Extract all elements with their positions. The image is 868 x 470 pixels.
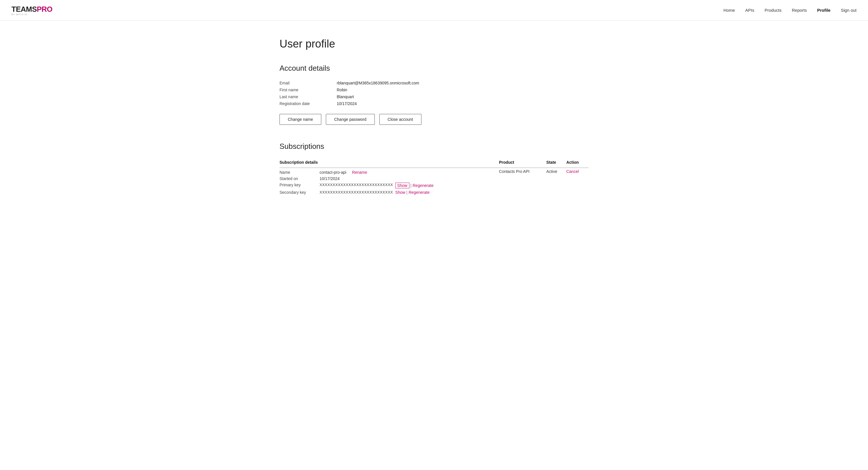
sub-name-label: Name — [280, 170, 319, 175]
col-header-state: State — [547, 158, 566, 168]
firstname-value: Robin — [337, 88, 347, 92]
logo-subtitle: by WITIV.IO — [11, 13, 52, 16]
page-title: User profile — [280, 38, 588, 50]
secondary-regen-link[interactable]: Regenerate — [408, 190, 429, 195]
table-header-row: Subscription details Product State Actio… — [280, 158, 588, 168]
nav-apis[interactable]: APIs — [745, 8, 754, 12]
table-row: Name contact-pro-api Rename Started on 1… — [280, 168, 588, 197]
account-fields: Email rblanquart@M365x18639095.onmicroso… — [280, 80, 588, 107]
firstname-row: First name Robin — [280, 86, 588, 93]
sub-secondary-key-value: XXXXXXXXXXXXXXXXXXXXXXXXXXXX — [319, 190, 393, 195]
main-content: User profile Account details Email rblan… — [262, 21, 606, 219]
primary-key-actions: Show | Regenerate — [395, 183, 434, 188]
secondary-divider: | — [406, 190, 408, 195]
primary-show-link[interactable]: Show — [397, 183, 407, 188]
logo-teams: TEAMS — [11, 5, 37, 14]
account-details-title: Account details — [280, 64, 588, 73]
sub-secondary-key-row: Secondary key XXXXXXXXXXXXXXXXXXXXXXXXXX… — [280, 189, 496, 196]
lastname-row: Last name Blanquart — [280, 93, 588, 100]
nav-products[interactable]: Products — [765, 8, 782, 12]
sub-state-value: Active — [547, 169, 557, 174]
nav-home[interactable]: Home — [723, 8, 735, 12]
primary-show-box: Show — [395, 183, 409, 188]
col-header-sub-details: Subscription details — [280, 158, 499, 168]
lastname-value: Blanquart — [337, 94, 354, 99]
sub-started-row: Started on 10/17/2024 — [280, 175, 496, 182]
regdate-label: Registration date — [280, 101, 337, 106]
col-header-action: Action — [566, 158, 588, 168]
subscriptions-section: Subscriptions Subscription details Produ… — [280, 142, 588, 197]
sub-product-cell: Contacts Pro API — [499, 168, 546, 197]
regdate-value: 10/17/2024 — [337, 101, 357, 106]
sub-primary-key-row: Primary key XXXXXXXXXXXXXXXXXXXXXXXXXXXX… — [280, 182, 496, 189]
secondary-show-link[interactable]: Show — [395, 190, 405, 195]
email-value: rblanquart@M365x18639095.onmicrosoft.com — [337, 81, 419, 85]
sub-name-value: contact-pro-api — [319, 170, 346, 175]
email-label: Email — [280, 81, 337, 85]
firstname-label: First name — [280, 88, 337, 92]
lastname-label: Last name — [280, 94, 337, 99]
logo: TEAMS PRO by WITIV.IO — [11, 5, 52, 16]
subscriptions-table: Subscription details Product State Actio… — [280, 158, 588, 197]
sub-name-row: Name contact-pro-api Rename — [280, 169, 496, 175]
primary-regen-link[interactable]: Regenerate — [412, 183, 433, 188]
primary-divider: | — [410, 183, 412, 188]
sub-started-value: 10/17/2024 — [319, 176, 340, 181]
email-row: Email rblanquart@M365x18639095.onmicroso… — [280, 80, 588, 86]
account-buttons: Change name Change password Close accoun… — [280, 114, 588, 125]
secondary-key-actions: Show | Regenerate — [395, 190, 430, 195]
header: TEAMS PRO by WITIV.IO Home APIs Products… — [0, 0, 868, 21]
main-nav: Home APIs Products Reports Profile Sign … — [723, 8, 857, 12]
regdate-row: Registration date 10/17/2024 — [280, 100, 588, 107]
rename-link[interactable]: Rename — [352, 170, 367, 175]
cancel-subscription-button[interactable]: Cancel — [566, 169, 579, 174]
close-account-button[interactable]: Close account — [379, 114, 422, 125]
change-password-button[interactable]: Change password — [326, 114, 375, 125]
nav-reports[interactable]: Reports — [792, 8, 807, 12]
nav-signout[interactable]: Sign out — [841, 8, 857, 12]
subscriptions-title: Subscriptions — [280, 142, 588, 151]
col-header-product: Product — [499, 158, 546, 168]
logo-pro: PRO — [37, 5, 53, 14]
sub-primary-key-label: Primary key — [280, 183, 319, 188]
sub-secondary-key-label: Secondary key — [280, 190, 319, 195]
sub-primary-key-value: XXXXXXXXXXXXXXXXXXXXXXXXXXXX — [319, 183, 393, 188]
sub-action-cell: Cancel — [566, 168, 588, 197]
nav-profile[interactable]: Profile — [817, 8, 831, 12]
sub-product-value: Contacts Pro API — [499, 169, 530, 174]
sub-started-label: Started on — [280, 176, 319, 181]
account-details-section: Account details Email rblanquart@M365x18… — [280, 64, 588, 125]
sub-state-cell: Active — [547, 168, 566, 197]
change-name-button[interactable]: Change name — [280, 114, 321, 125]
sub-details-cell: Name contact-pro-api Rename Started on 1… — [280, 168, 499, 197]
